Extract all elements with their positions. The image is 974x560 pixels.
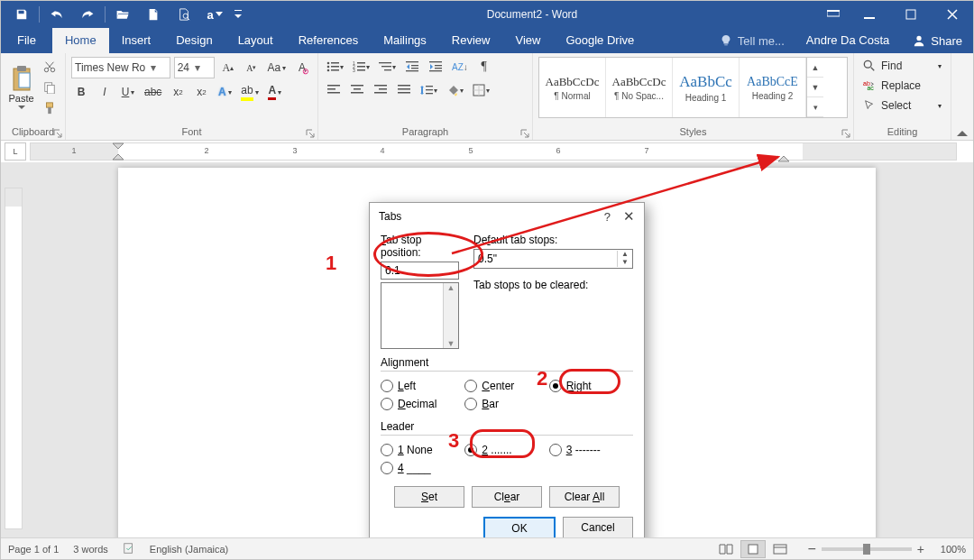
- paste-button[interactable]: Paste: [6, 57, 36, 118]
- format-painter-button[interactable]: [40, 99, 60, 118]
- highlight-button[interactable]: ab▾: [238, 82, 261, 102]
- new-doc-icon[interactable]: [138, 1, 169, 28]
- clear-button[interactable]: Clear: [472, 486, 542, 508]
- maximize-button[interactable]: [890, 1, 932, 28]
- numbering-button[interactable]: 123▾: [350, 57, 372, 77]
- share-button[interactable]: Share: [902, 28, 973, 53]
- decrease-indent-button[interactable]: [402, 57, 422, 77]
- qat-customize-icon[interactable]: [230, 1, 246, 28]
- ribbon-options-icon[interactable]: [818, 1, 849, 28]
- align-decimal-radio[interactable]: Decimal: [381, 395, 464, 413]
- text-effects-button[interactable]: A▾: [215, 82, 234, 102]
- zoom-level[interactable]: 100%: [930, 544, 966, 555]
- borders-button[interactable]: ▾: [470, 80, 492, 100]
- line-spacing-button[interactable]: ▾: [418, 80, 440, 100]
- tell-me-search[interactable]: Tell me...: [711, 28, 794, 53]
- default-tabstops-spinner[interactable]: ▲▼: [473, 249, 633, 269]
- scroll-down-icon[interactable]: ▼: [807, 78, 823, 97]
- italic-button[interactable]: I: [95, 82, 115, 102]
- read-mode-button[interactable]: [713, 540, 739, 558]
- dialog-launcher-icon[interactable]: [520, 129, 529, 138]
- tab-review[interactable]: Review: [439, 28, 503, 53]
- save-icon[interactable]: [6, 1, 37, 28]
- bold-button[interactable]: B: [71, 82, 91, 102]
- web-layout-button[interactable]: [767, 540, 793, 558]
- select-button[interactable]: Select▾: [859, 96, 945, 115]
- leader-dots-radio[interactable]: 2 .......: [464, 441, 548, 459]
- scroll-down-icon[interactable]: ▼: [447, 339, 455, 348]
- tab-home[interactable]: Home: [52, 28, 109, 53]
- tabstop-list[interactable]: ▲▼: [381, 282, 459, 349]
- style-normal[interactable]: AaBbCcDc¶ Normal: [539, 58, 606, 117]
- spin-down-icon[interactable]: ▼: [618, 259, 632, 267]
- clear-all-button[interactable]: Clear All: [549, 486, 620, 508]
- leader-dashes-radio[interactable]: 3 -------: [549, 441, 633, 459]
- change-case-button[interactable]: Aa▾: [265, 58, 289, 78]
- font-size-combo[interactable]: 24▾: [174, 57, 215, 78]
- dialog-launcher-icon[interactable]: [53, 129, 62, 138]
- align-center-radio[interactable]: Center: [464, 377, 548, 395]
- page-indicator[interactable]: Page 1 of 1: [8, 544, 59, 555]
- tab-mailings[interactable]: Mailings: [371, 28, 439, 53]
- proofing-icon[interactable]: [123, 542, 135, 556]
- help-button[interactable]: ?: [604, 210, 611, 224]
- vertical-ruler[interactable]: [5, 188, 23, 529]
- collapse-ribbon-button[interactable]: [951, 53, 973, 140]
- underline-button[interactable]: U▾: [118, 82, 138, 102]
- zoom-slider[interactable]: [822, 547, 912, 551]
- sort-button[interactable]: AZ↓: [449, 57, 471, 77]
- dialog-launcher-icon[interactable]: [841, 129, 850, 138]
- print-preview-icon[interactable]: [169, 1, 199, 28]
- dialog-titlebar[interactable]: Tabs ? ✕: [370, 203, 644, 230]
- horizontal-ruler[interactable]: 1 2 3 4 5 6 7: [30, 142, 957, 161]
- scroll-up-icon[interactable]: ▲: [807, 58, 823, 78]
- spelling-icon[interactable]: a: [199, 1, 230, 28]
- replace-button[interactable]: abacReplace: [859, 77, 945, 95]
- tab-view[interactable]: View: [502, 28, 553, 53]
- show-marks-button[interactable]: ¶: [474, 57, 494, 77]
- close-button[interactable]: [932, 1, 973, 28]
- tab-google-drive[interactable]: Google Drive: [553, 28, 647, 53]
- tab-layout[interactable]: Layout: [225, 28, 286, 53]
- justify-button[interactable]: [394, 80, 414, 100]
- style-no-spacing[interactable]: AaBbCcDc¶ No Spac...: [606, 58, 673, 117]
- tab-design[interactable]: Design: [163, 28, 225, 53]
- word-count[interactable]: 3 words: [73, 544, 108, 555]
- shading-button[interactable]: ▾: [444, 80, 466, 100]
- tab-references[interactable]: References: [286, 28, 371, 53]
- copy-button[interactable]: [40, 78, 60, 96]
- close-icon[interactable]: ✕: [623, 208, 635, 225]
- superscript-button[interactable]: x2: [191, 82, 211, 102]
- set-button[interactable]: Set: [394, 486, 464, 508]
- multilevel-list-button[interactable]: ▾: [376, 57, 399, 77]
- language-indicator[interactable]: English (Jamaica): [150, 544, 228, 555]
- align-left-radio[interactable]: Left: [381, 377, 464, 395]
- print-layout-button[interactable]: [740, 540, 766, 558]
- scrollbar[interactable]: ▲▼: [443, 283, 458, 348]
- bullets-button[interactable]: ▾: [324, 57, 346, 77]
- user-name[interactable]: Andre Da Costa: [794, 28, 903, 53]
- gallery-expand-icon[interactable]: ▾: [807, 97, 823, 117]
- zoom-thumb[interactable]: [863, 544, 870, 555]
- align-bar-radio[interactable]: Bar: [464, 395, 548, 413]
- indent-marker-icon[interactable]: [112, 142, 124, 161]
- dialog-launcher-icon[interactable]: [306, 129, 315, 138]
- tab-well[interactable]: L: [5, 142, 26, 161]
- zoom-out-button[interactable]: −: [807, 541, 815, 557]
- scroll-up-icon[interactable]: ▲: [447, 283, 455, 292]
- styles-gallery[interactable]: AaBbCcDc¶ Normal AaBbCcDc¶ No Spac... Aa…: [538, 57, 848, 118]
- tabstop-position-input[interactable]: [381, 262, 459, 280]
- style-heading-2[interactable]: AaBbCcEHeading 2: [740, 58, 806, 117]
- align-left-button[interactable]: [324, 80, 344, 100]
- clear-formatting-button[interactable]: A⊘: [292, 58, 312, 78]
- style-heading-1[interactable]: AaBbCcHeading 1: [673, 58, 740, 117]
- undo-icon[interactable]: [41, 1, 72, 28]
- tab-insert[interactable]: Insert: [109, 28, 164, 53]
- shrink-font-button[interactable]: A▾: [242, 58, 262, 78]
- gallery-scroll[interactable]: ▲▼▾: [806, 58, 823, 117]
- subscript-button[interactable]: x2: [168, 82, 188, 102]
- cut-button[interactable]: [40, 57, 60, 76]
- align-center-button[interactable]: [347, 80, 367, 100]
- grow-font-button[interactable]: A▴: [218, 58, 238, 78]
- tab-file[interactable]: File: [1, 28, 52, 53]
